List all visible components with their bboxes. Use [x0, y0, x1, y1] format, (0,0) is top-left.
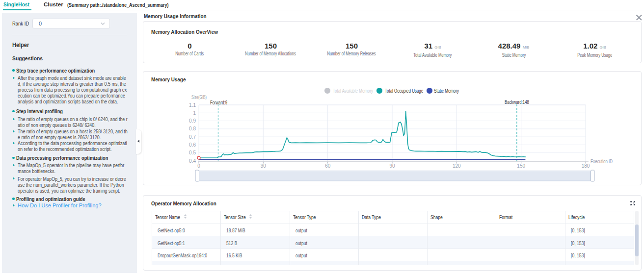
svg-text:90: 90	[389, 163, 395, 169]
svg-text:Forward:9: Forward:9	[210, 100, 227, 105]
svg-text:Execution ID: Execution ID	[590, 159, 613, 164]
svg-text:180: 180	[582, 163, 590, 169]
svg-text:60: 60	[325, 163, 331, 169]
svg-text:Backward:148: Backward:148	[505, 100, 529, 105]
svg-text:0.4: 0.4	[189, 158, 196, 164]
svg-text:120: 120	[453, 163, 461, 169]
svg-text:0.5: 0.5	[189, 150, 196, 155]
svg-text:Size(GiB): Size(GiB)	[191, 95, 207, 100]
svg-text:0: 0	[197, 163, 200, 169]
svg-text:0.7: 0.7	[189, 134, 196, 140]
svg-text:1.1: 1.1	[189, 102, 196, 108]
svg-text:0.8: 0.8	[189, 126, 196, 131]
svg-text:1: 1	[193, 110, 196, 116]
svg-text:30: 30	[261, 163, 267, 169]
svg-text:0.9: 0.9	[189, 118, 196, 124]
svg-text:150: 150	[517, 163, 525, 169]
svg-text:0.6: 0.6	[189, 142, 196, 148]
